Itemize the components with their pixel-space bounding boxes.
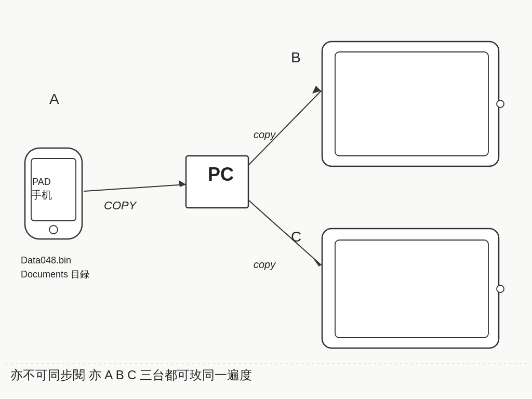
- label-pad: PAD: [32, 177, 51, 188]
- label-a: A: [49, 91, 59, 108]
- label-bottom: 亦不可同步閱 亦 A B C 三台都可玫同一遍度: [10, 367, 252, 383]
- main-canvas: A B C PC COPY copy copy PAD 手机 Data048.b…: [0, 0, 532, 399]
- label-copy1: COPY: [104, 199, 136, 212]
- label-b: B: [291, 49, 301, 66]
- label-phone: 手机: [31, 188, 52, 202]
- label-c: C: [291, 229, 301, 245]
- svg-rect-8: [335, 52, 488, 156]
- svg-rect-13: [335, 240, 488, 338]
- label-pc: PC: [208, 164, 234, 185]
- label-files: Data048.bin Documents 目録: [21, 254, 89, 282]
- svg-point-3: [49, 225, 58, 234]
- svg-point-9: [497, 100, 504, 108]
- label-copy3: copy: [254, 259, 275, 271]
- svg-point-14: [497, 285, 504, 292]
- label-copy2: copy: [254, 129, 275, 141]
- diagram-svg: [0, 0, 532, 399]
